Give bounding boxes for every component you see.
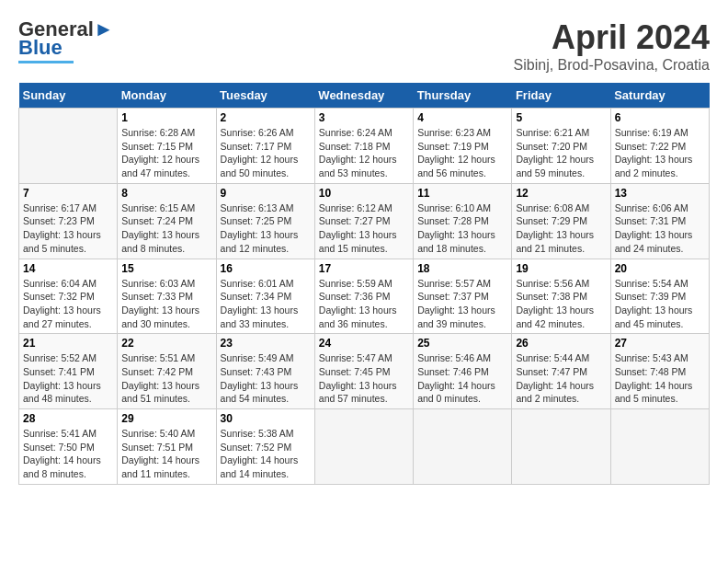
header-cell-wednesday: Wednesday xyxy=(314,83,413,109)
day-number: 26 xyxy=(516,337,606,350)
calendar-cell: 18Sunrise: 5:57 AMSunset: 7:37 PMDayligh… xyxy=(414,259,512,334)
day-info: Sunrise: 6:13 AMSunset: 7:25 PMDaylight:… xyxy=(221,201,311,256)
day-info: Sunrise: 5:40 AMSunset: 7:51 PMDaylight:… xyxy=(121,427,211,481)
calendar-cell xyxy=(314,409,413,485)
day-number: 16 xyxy=(221,262,311,275)
calendar-cell: 4Sunrise: 6:23 AMSunset: 7:19 PMDaylight… xyxy=(414,109,512,184)
day-info: Sunrise: 5:49 AMSunset: 7:43 PMDaylight:… xyxy=(221,351,311,406)
day-info: Sunrise: 5:56 AMSunset: 7:38 PMDaylight:… xyxy=(516,277,606,331)
calendar-cell xyxy=(414,409,512,485)
day-number: 20 xyxy=(615,262,705,275)
day-number: 6 xyxy=(615,111,705,124)
day-info: Sunrise: 6:24 AMSunset: 7:18 PMDaylight:… xyxy=(319,126,409,180)
calendar-cell xyxy=(512,409,610,485)
header-cell-friday: Friday xyxy=(512,83,610,109)
day-number: 18 xyxy=(417,262,507,275)
title-section: April 2024 Sibinj, Brod-Posavina, Croati… xyxy=(514,18,710,74)
day-info: Sunrise: 5:54 AMSunset: 7:39 PMDaylight:… xyxy=(615,277,705,331)
calendar-cell: 16Sunrise: 6:01 AMSunset: 7:34 PMDayligh… xyxy=(216,259,314,334)
location-subtitle: Sibinj, Brod-Posavina, Croatia xyxy=(514,57,710,74)
day-info: Sunrise: 5:41 AMSunset: 7:50 PMDaylight:… xyxy=(23,427,113,481)
day-info: Sunrise: 6:03 AMSunset: 7:33 PMDaylight:… xyxy=(121,277,211,331)
day-number: 14 xyxy=(23,262,113,275)
calendar-week-1: 1Sunrise: 6:28 AMSunset: 7:15 PMDaylight… xyxy=(19,109,710,184)
calendar-cell: 19Sunrise: 5:56 AMSunset: 7:38 PMDayligh… xyxy=(512,259,610,334)
day-info: Sunrise: 6:12 AMSunset: 7:27 PMDaylight:… xyxy=(319,201,409,256)
calendar-cell: 21Sunrise: 5:52 AMSunset: 7:41 PMDayligh… xyxy=(19,334,118,409)
day-info: Sunrise: 6:26 AMSunset: 7:17 PMDaylight:… xyxy=(221,126,311,180)
day-number: 8 xyxy=(121,187,211,200)
day-number: 21 xyxy=(23,337,113,350)
calendar-header: SundayMondayTuesdayWednesdayThursdayFrid… xyxy=(19,83,710,109)
day-info: Sunrise: 6:04 AMSunset: 7:32 PMDaylight:… xyxy=(23,277,113,331)
day-info: Sunrise: 5:47 AMSunset: 7:45 PMDaylight:… xyxy=(319,351,409,406)
calendar-cell xyxy=(610,409,709,485)
page-header: General► Blue April 2024 Sibinj, Brod-Po… xyxy=(18,18,710,74)
calendar-cell: 29Sunrise: 5:40 AMSunset: 7:51 PMDayligh… xyxy=(118,409,216,485)
day-info: Sunrise: 5:59 AMSunset: 7:36 PMDaylight:… xyxy=(319,277,409,331)
day-number: 17 xyxy=(319,262,409,275)
calendar-cell: 14Sunrise: 6:04 AMSunset: 7:32 PMDayligh… xyxy=(19,259,118,334)
day-number: 13 xyxy=(615,187,705,200)
calendar-cell: 7Sunrise: 6:17 AMSunset: 7:23 PMDaylight… xyxy=(19,183,118,259)
calendar-cell: 28Sunrise: 5:41 AMSunset: 7:50 PMDayligh… xyxy=(19,409,118,485)
calendar-cell: 27Sunrise: 5:43 AMSunset: 7:48 PMDayligh… xyxy=(610,334,709,409)
calendar-cell: 5Sunrise: 6:21 AMSunset: 7:20 PMDaylight… xyxy=(512,109,610,184)
day-number: 3 xyxy=(319,111,409,124)
calendar-cell: 1Sunrise: 6:28 AMSunset: 7:15 PMDaylight… xyxy=(118,109,216,184)
calendar-cell: 15Sunrise: 6:03 AMSunset: 7:33 PMDayligh… xyxy=(118,259,216,334)
day-number: 4 xyxy=(417,111,507,124)
day-info: Sunrise: 5:46 AMSunset: 7:46 PMDaylight:… xyxy=(417,351,507,406)
calendar-cell: 20Sunrise: 5:54 AMSunset: 7:39 PMDayligh… xyxy=(610,259,709,334)
day-number: 2 xyxy=(221,111,311,124)
day-number: 10 xyxy=(319,187,409,200)
calendar-cell: 25Sunrise: 5:46 AMSunset: 7:46 PMDayligh… xyxy=(414,334,512,409)
header-cell-tuesday: Tuesday xyxy=(216,83,314,109)
calendar-cell: 30Sunrise: 5:38 AMSunset: 7:52 PMDayligh… xyxy=(216,409,314,485)
calendar-cell: 17Sunrise: 5:59 AMSunset: 7:36 PMDayligh… xyxy=(314,259,413,334)
day-number: 23 xyxy=(221,337,311,350)
day-info: Sunrise: 6:15 AMSunset: 7:24 PMDaylight:… xyxy=(121,201,211,256)
day-number: 19 xyxy=(516,262,606,275)
day-number: 30 xyxy=(221,412,311,425)
calendar-cell: 26Sunrise: 5:44 AMSunset: 7:47 PMDayligh… xyxy=(512,334,610,409)
day-info: Sunrise: 6:01 AMSunset: 7:34 PMDaylight:… xyxy=(221,277,311,331)
day-info: Sunrise: 5:38 AMSunset: 7:52 PMDaylight:… xyxy=(221,427,311,481)
calendar-cell: 8Sunrise: 6:15 AMSunset: 7:24 PMDaylight… xyxy=(118,183,216,259)
day-number: 24 xyxy=(319,337,409,350)
calendar-week-4: 21Sunrise: 5:52 AMSunset: 7:41 PMDayligh… xyxy=(19,334,710,409)
logo-text2: Blue xyxy=(18,37,63,59)
day-number: 15 xyxy=(121,262,211,275)
month-title: April 2024 xyxy=(514,18,710,57)
day-info: Sunrise: 5:57 AMSunset: 7:37 PMDaylight:… xyxy=(417,277,507,331)
day-info: Sunrise: 6:10 AMSunset: 7:28 PMDaylight:… xyxy=(417,201,507,256)
calendar-week-2: 7Sunrise: 6:17 AMSunset: 7:23 PMDaylight… xyxy=(19,183,710,259)
day-number: 1 xyxy=(121,111,211,124)
calendar-cell: 3Sunrise: 6:24 AMSunset: 7:18 PMDaylight… xyxy=(314,109,413,184)
calendar-cell: 6Sunrise: 6:19 AMSunset: 7:22 PMDaylight… xyxy=(610,109,709,184)
day-info: Sunrise: 6:23 AMSunset: 7:19 PMDaylight:… xyxy=(417,126,507,180)
day-info: Sunrise: 6:17 AMSunset: 7:23 PMDaylight:… xyxy=(23,201,113,256)
day-info: Sunrise: 5:51 AMSunset: 7:42 PMDaylight:… xyxy=(121,351,211,406)
calendar-cell: 24Sunrise: 5:47 AMSunset: 7:45 PMDayligh… xyxy=(314,334,413,409)
calendar-cell: 22Sunrise: 5:51 AMSunset: 7:42 PMDayligh… xyxy=(118,334,216,409)
day-info: Sunrise: 6:21 AMSunset: 7:20 PMDaylight:… xyxy=(516,126,606,180)
header-cell-sunday: Sunday xyxy=(19,83,118,109)
calendar-cell xyxy=(19,109,118,184)
logo-underline xyxy=(18,61,74,63)
calendar-table: SundayMondayTuesdayWednesdayThursdayFrid… xyxy=(18,83,710,485)
day-number: 29 xyxy=(121,412,211,425)
day-number: 9 xyxy=(221,187,311,200)
calendar-cell: 12Sunrise: 6:08 AMSunset: 7:29 PMDayligh… xyxy=(512,183,610,259)
calendar-cell: 2Sunrise: 6:26 AMSunset: 7:17 PMDaylight… xyxy=(216,109,314,184)
day-info: Sunrise: 6:06 AMSunset: 7:31 PMDaylight:… xyxy=(615,201,705,256)
day-number: 27 xyxy=(615,337,705,350)
header-cell-monday: Monday xyxy=(118,83,216,109)
day-number: 22 xyxy=(121,337,211,350)
day-info: Sunrise: 5:52 AMSunset: 7:41 PMDaylight:… xyxy=(23,351,113,406)
calendar-cell: 11Sunrise: 6:10 AMSunset: 7:28 PMDayligh… xyxy=(414,183,512,259)
day-info: Sunrise: 6:08 AMSunset: 7:29 PMDaylight:… xyxy=(516,201,606,256)
calendar-week-5: 28Sunrise: 5:41 AMSunset: 7:50 PMDayligh… xyxy=(19,409,710,485)
day-number: 11 xyxy=(417,187,507,200)
calendar-cell: 9Sunrise: 6:13 AMSunset: 7:25 PMDaylight… xyxy=(216,183,314,259)
